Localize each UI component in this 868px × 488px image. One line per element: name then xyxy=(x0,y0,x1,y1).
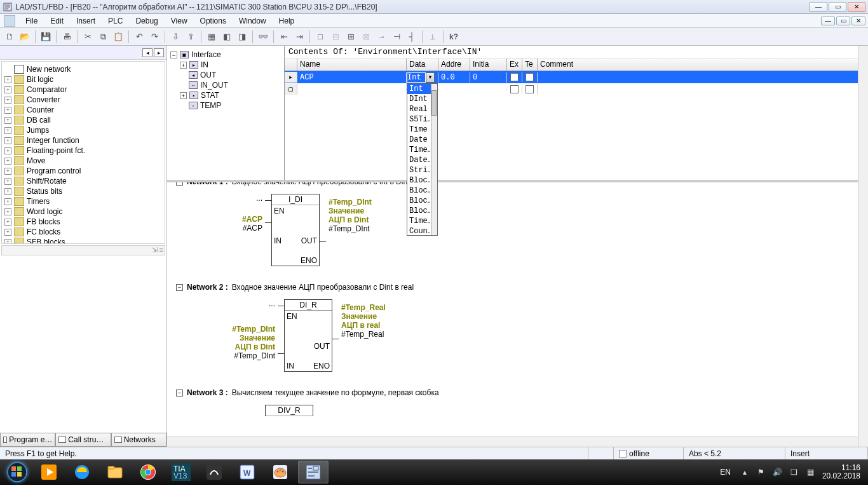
grid-header-address[interactable]: Addre xyxy=(438,58,470,71)
datatype-dropdown[interactable]: IntDIntRealS5Ti…TimeDateTime…Date…Stri…B… xyxy=(407,83,438,236)
tool-button[interactable]: → xyxy=(374,30,388,44)
tree-item[interactable]: New network xyxy=(3,64,163,74)
tool-button[interactable]: ▦ xyxy=(205,30,219,44)
tool-button[interactable]: □ xyxy=(313,30,327,44)
grid-header-te[interactable]: Te xyxy=(522,58,538,71)
mdi-close-button[interactable]: ✕ xyxy=(851,17,865,25)
tab-call-structure[interactable]: Call stru… xyxy=(55,433,111,447)
checkbox-te[interactable] xyxy=(526,85,534,93)
prev-button[interactable]: ◂ xyxy=(142,48,153,57)
menu-view[interactable]: View xyxy=(165,15,194,27)
checkbox-ex[interactable] xyxy=(510,85,519,93)
maximize-button[interactable]: ▭ xyxy=(829,2,846,12)
task-lad-editor[interactable] xyxy=(298,461,329,484)
cell-comment[interactable] xyxy=(538,77,868,78)
task-tia[interactable]: TIAV13 xyxy=(166,461,196,484)
menu-insert[interactable]: Insert xyxy=(70,15,102,27)
mdi-minimize-button[interactable]: — xyxy=(821,17,835,25)
tree-item[interactable]: +Move xyxy=(3,156,163,166)
menu-plc[interactable]: PLC xyxy=(102,15,129,27)
network-canvas[interactable]: −Network 1 : Входное значение АЦП преобр… xyxy=(167,182,868,437)
interface-tree[interactable]: −▣Interface +▸IN ◂OUT ↔IN_OUT +▪STAT ▫TE… xyxy=(167,46,285,180)
interface-grid[interactable]: Name Data Addre Initia Ex Te Comment ▸ A… xyxy=(285,58,868,180)
chevron-up-icon[interactable]: ▴ xyxy=(740,467,750,477)
tree-item[interactable]: +Shift/Rotate xyxy=(3,176,163,186)
grid-header-initial[interactable]: Initia xyxy=(470,58,507,71)
tree-item[interactable]: +Converter xyxy=(3,95,163,105)
collapse-icon[interactable]: − xyxy=(176,284,183,291)
tool-button[interactable]: ⊣ xyxy=(390,30,403,44)
dropdown-scrollbar[interactable] xyxy=(431,84,437,235)
tree-item[interactable]: +Floating-point fct. xyxy=(3,146,163,156)
interface-in[interactable]: +▸IN xyxy=(170,60,281,70)
cell-initial[interactable]: 0 xyxy=(470,72,507,83)
checkbox-ex[interactable] xyxy=(510,73,519,81)
tree-item[interactable]: +Program control xyxy=(3,166,163,176)
flag-icon[interactable]: ⚑ xyxy=(756,467,766,477)
tray-app-icon[interactable]: ▦ xyxy=(806,467,816,477)
paste-button[interactable]: 📋 xyxy=(111,30,125,44)
interface-out[interactable]: ◂OUT xyxy=(170,70,281,80)
print-button[interactable]: 🖶 xyxy=(60,30,74,44)
interface-inout[interactable]: ↔IN_OUT xyxy=(170,80,281,90)
tree-item[interactable]: +SFB blocks xyxy=(3,237,163,244)
datatype-dropdown-button[interactable]: ▼ xyxy=(426,72,435,83)
menu-window[interactable]: Window xyxy=(233,15,273,27)
resize-grip[interactable]: ⇲ ≡ xyxy=(1,245,165,255)
tree-item[interactable]: +Status bits xyxy=(3,186,163,196)
tree-item[interactable]: +DB call xyxy=(3,115,163,125)
task-app[interactable] xyxy=(199,461,229,484)
menu-options[interactable]: Options xyxy=(194,15,233,27)
tab-program-elements[interactable]: Program e… xyxy=(0,433,55,447)
task-media-player[interactable] xyxy=(34,461,64,484)
tree-item[interactable]: +FB blocks xyxy=(3,217,163,227)
grid-header-ex[interactable]: Ex xyxy=(507,58,522,71)
task-explorer[interactable] xyxy=(100,461,130,484)
tree-item[interactable]: +Integer function xyxy=(3,135,163,146)
cell-name[interactable]: ACP xyxy=(297,72,407,83)
redo-button[interactable]: ↷ xyxy=(147,30,161,44)
fbd-block-divr[interactable]: DIV_R xyxy=(265,405,313,416)
fbd-block-dir[interactable]: DI_R EN OUT INENO xyxy=(284,299,332,372)
tree-item[interactable]: +Timers xyxy=(3,196,163,207)
vertical-scrollbar[interactable] xyxy=(858,46,868,447)
tool-button[interactable]: ◨ xyxy=(235,30,249,44)
menu-file[interactable]: File xyxy=(19,15,44,27)
horizontal-scrollbar[interactable] xyxy=(167,437,868,447)
tree-item[interactable]: +Counter xyxy=(3,105,163,115)
cell-datatype[interactable]: ▼ xyxy=(407,72,438,83)
undo-button[interactable]: ↶ xyxy=(132,30,146,44)
close-button[interactable]: ✕ xyxy=(848,2,865,12)
start-button[interactable] xyxy=(3,461,32,484)
minimize-button[interactable]: — xyxy=(810,2,827,12)
monitor-button[interactable]: 👓 xyxy=(256,30,270,44)
collapse-icon[interactable]: − xyxy=(176,390,183,396)
open-button[interactable]: 📂 xyxy=(18,30,32,44)
tool-button[interactable]: ⇤ xyxy=(277,30,291,44)
menu-debug[interactable]: Debug xyxy=(129,15,164,27)
clock[interactable]: 11:16 20.02.2018 xyxy=(822,464,860,480)
new-button[interactable]: 🗋 xyxy=(3,30,17,44)
datatype-input[interactable] xyxy=(407,72,426,83)
task-word[interactable]: W xyxy=(232,461,262,484)
tool-button[interactable]: ⟂ xyxy=(426,30,440,44)
download-button[interactable]: ⇩ xyxy=(168,30,182,44)
mdi-restore-button[interactable]: ▭ xyxy=(836,17,850,25)
grid-header-name[interactable]: Name xyxy=(297,58,407,71)
language-indicator[interactable]: EN xyxy=(717,468,733,477)
collapse-icon[interactable]: − xyxy=(176,182,183,186)
next-button[interactable]: ▸ xyxy=(154,48,164,57)
save-button[interactable]: 💾 xyxy=(39,30,53,44)
tool-button[interactable]: ⊠ xyxy=(359,30,373,44)
network-icon[interactable]: ❏ xyxy=(789,467,799,477)
interface-root[interactable]: −▣Interface xyxy=(170,50,281,60)
fbd-block-idi[interactable]: I_DI EN INOUT ENO xyxy=(271,194,320,266)
tool-button[interactable]: ⇥ xyxy=(292,30,306,44)
interface-temp[interactable]: ▫TEMP xyxy=(170,100,281,111)
checkbox-te[interactable] xyxy=(526,73,534,81)
volume-icon[interactable]: 🔊 xyxy=(773,467,783,477)
tree-item[interactable]: +Jumps xyxy=(3,125,163,135)
tool-button[interactable]: ◧ xyxy=(220,30,234,44)
menu-edit[interactable]: Edit xyxy=(44,15,70,27)
task-paint[interactable] xyxy=(265,461,295,484)
